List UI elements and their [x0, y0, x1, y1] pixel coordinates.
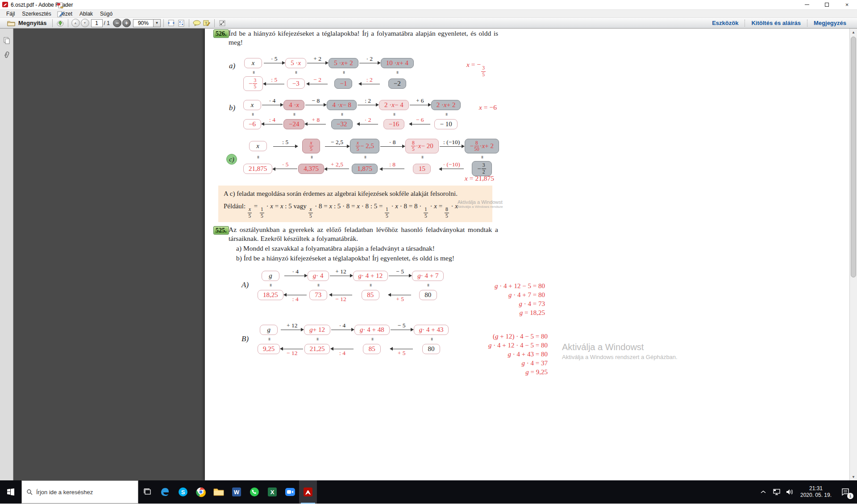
flow-arrow: + 12 — [329, 271, 353, 281]
equation-line: g = 9,25 — [426, 368, 548, 376]
arrow-operation-label: : 2 — [366, 76, 373, 83]
arrow-line — [410, 105, 430, 105]
scroll-down-icon[interactable]: ▼ — [850, 473, 857, 480]
scroll-up-icon[interactable]: ▲ — [850, 29, 857, 36]
arrow-line — [359, 84, 380, 84]
flow-arrow: · 8 — [379, 141, 405, 151]
taskbar-search[interactable]: Írjon ide a kereséshez — [21, 480, 138, 504]
taskbar-edge-icon[interactable] — [156, 480, 174, 504]
page-number-input[interactable] — [91, 19, 103, 27]
previous-page-button[interactable]: ▲ — [71, 19, 80, 27]
zoom-in-button[interactable]: + — [122, 19, 131, 27]
arrow-line — [284, 295, 307, 295]
fullscreen-button[interactable] — [217, 19, 227, 28]
comment-panel-button[interactable]: Megjegyzés — [807, 20, 853, 26]
flow-box: g · 4 — [308, 271, 329, 281]
tray-chevron-up-icon[interactable] — [758, 483, 769, 501]
arrow-operation-label: · 5 — [282, 161, 289, 168]
tools-button[interactable]: Eszközök — [706, 20, 745, 26]
equals-sign: = — [443, 113, 449, 116]
create-pdf-icon[interactable] — [55, 1, 65, 10]
taskbar-messenger-icon[interactable] — [245, 480, 263, 504]
flow-arrow: + 12 — [280, 325, 304, 335]
page-thumbnails-icon[interactable] — [2, 36, 12, 45]
arrow-line — [273, 169, 297, 169]
arrow-line — [307, 63, 328, 63]
comment-bubble-button[interactable] — [192, 19, 202, 28]
menu-window[interactable]: Ablak — [76, 11, 96, 17]
flowchart-grid: gg · 4g · 4 + 12g · 4 + 7· 4+ 12− 5====1… — [258, 270, 444, 301]
flowchart-B: B)gg + 12g · 4 + 48g · 4 + 43+ 12· 4− 5=… — [258, 324, 449, 355]
sign-doc-icon[interactable] — [55, 10, 65, 19]
flow-arrow: · 5 — [263, 58, 285, 68]
attachments-paperclip-icon[interactable] — [2, 50, 12, 60]
speaker-icon[interactable] — [785, 483, 795, 501]
arrow-operation-label: : 4 — [269, 116, 275, 124]
chart-label: a) — [229, 62, 235, 70]
flow-arrow: − 5 — [390, 325, 414, 335]
menu-bar: Fájl Szerkesztés Nézet Ablak Súgó — [0, 10, 857, 18]
note-line1: A c) feladat megoldása során érdemes az … — [224, 189, 487, 198]
menu-edit[interactable]: Szerkesztés — [18, 11, 54, 17]
taskbar-skype-icon[interactable]: S — [174, 480, 192, 504]
minimize-button[interactable] — [797, 0, 817, 10]
share-up-icon[interactable] — [55, 19, 65, 28]
start-button[interactable] — [0, 480, 21, 504]
flow-box: x — [249, 141, 267, 151]
flow-arrow: : 2 — [358, 79, 381, 89]
vertical-scrollbar[interactable]: ▲ ▼ — [849, 29, 857, 480]
taskbar-task-view-icon[interactable] — [138, 480, 156, 504]
equals-sign: = — [367, 284, 374, 287]
equation-line: g · 4 + 7 = 80 — [435, 290, 545, 299]
arrow-operation-label: : 8 — [389, 161, 395, 168]
taskbar-explorer-icon[interactable] — [210, 480, 228, 504]
problem-525-text: Az osztályunkban a gyerekek az előző fel… — [229, 225, 498, 243]
flow-arrow: + 6 — [409, 100, 431, 110]
taskbar-word-icon[interactable]: W — [228, 480, 245, 504]
maximize-button[interactable] — [817, 0, 837, 10]
page-total-label: / 1 — [104, 20, 110, 26]
action-center-button[interactable]: 1 — [836, 483, 854, 501]
equals-sign: = — [250, 71, 257, 74]
arrow-line — [391, 330, 413, 330]
taskbar-excel-icon[interactable]: X — [263, 480, 281, 504]
menu-file[interactable]: Fájl — [3, 11, 18, 17]
menu-help[interactable]: Súgó — [96, 11, 116, 17]
arrow-operation-label: · 2 — [366, 55, 373, 62]
arrow-operation-label: : 4 — [292, 296, 299, 303]
flow-arrow: − 12 — [280, 344, 304, 354]
flow-box: −24 — [283, 119, 304, 129]
flow-arrow: · 5 — [272, 164, 298, 174]
arrow-operation-label: : (−10) — [443, 139, 460, 146]
equals-sign: = — [292, 71, 299, 74]
flow-box: x — [243, 100, 261, 110]
taskbar-acrobat-icon[interactable] — [299, 480, 317, 504]
next-page-button[interactable]: ▼ — [81, 19, 89, 27]
fill-sign-button[interactable]: Kitöltés és aláírás — [745, 20, 807, 26]
close-button[interactable]: × — [837, 0, 857, 10]
fit-page-button[interactable] — [176, 19, 186, 28]
taskbar-chrome-icon[interactable] — [192, 480, 210, 504]
flowchart-a: a)x5 · x5 · x + 210 · x + 4· 5+ 2· 2====… — [243, 57, 414, 91]
fit-width-button[interactable] — [166, 19, 176, 28]
pdf-file-icon — [2, 1, 8, 8]
network-icon[interactable] — [771, 483, 782, 501]
scrollbar-thumb[interactable] — [851, 37, 856, 277]
open-button[interactable]: Megnyitás — [4, 19, 50, 28]
arrow-operation-label: + 2,5 — [331, 161, 343, 168]
arrow-line — [380, 169, 404, 169]
arrow-operation-label: − 12 — [335, 296, 346, 303]
flow-arrow: : (−10) — [439, 141, 465, 151]
arrow-operation-label: · 8 — [389, 139, 396, 146]
arrow-operation-label: − 2 — [313, 76, 321, 83]
flow-arrow: : 8 — [379, 164, 405, 174]
navigation-rail — [0, 29, 13, 480]
text-annotation-button[interactable]: T — [202, 19, 212, 28]
equals-sign: = — [340, 71, 347, 74]
zoom-dropdown-button[interactable]: ▼ — [153, 20, 160, 27]
zoom-out-button[interactable]: − — [113, 19, 121, 27]
taskbar-clock[interactable]: 21:31 2020. 05. 19. — [798, 485, 834, 499]
arrow-line — [440, 169, 464, 169]
taskbar-zoom-icon[interactable] — [281, 480, 299, 504]
flow-arrow: : 4 — [283, 290, 308, 300]
